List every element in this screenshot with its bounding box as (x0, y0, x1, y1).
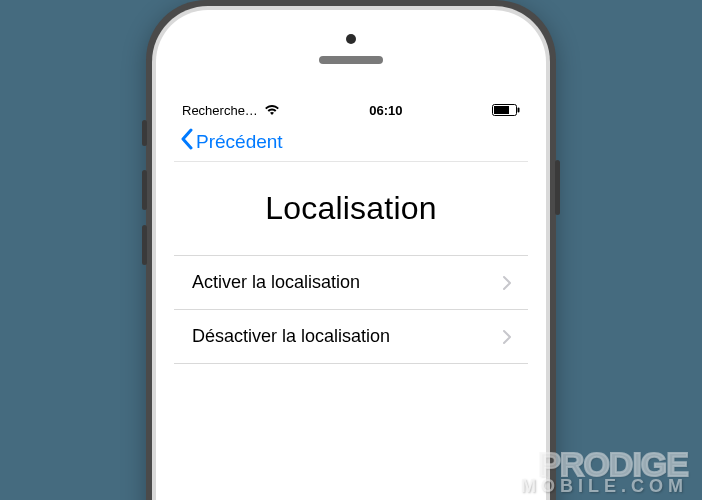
page-title: Localisation (174, 162, 528, 255)
settings-list: Activer la localisation Désactiver la lo… (174, 255, 528, 364)
back-button[interactable]: Précédent (180, 128, 283, 155)
chevron-left-icon (180, 128, 194, 155)
volume-down-button (142, 225, 147, 265)
speaker-icon (319, 56, 383, 64)
carrier-label: Recherche… (182, 103, 258, 118)
list-item-label: Désactiver la localisation (192, 326, 390, 347)
screen: Recherche… 06:10 (174, 98, 528, 500)
svg-rect-2 (518, 108, 520, 113)
status-bar: Recherche… 06:10 (174, 98, 528, 122)
navigation-bar: Précédent (174, 122, 528, 162)
list-item-deactivate-location[interactable]: Désactiver la localisation (174, 310, 528, 364)
watermark-line2: MOBILE.COM (521, 478, 688, 494)
watermark: PRODIGE MOBILE.COM (521, 449, 688, 494)
phone-frame: Recherche… 06:10 (146, 0, 556, 500)
status-time: 06:10 (369, 103, 402, 118)
list-item-activate-location[interactable]: Activer la localisation (174, 256, 528, 310)
camera-icon (346, 34, 356, 44)
content-area: Localisation Activer la localisation D (174, 162, 528, 500)
wifi-icon (264, 104, 280, 116)
list-item-label: Activer la localisation (192, 272, 360, 293)
battery-icon (492, 104, 520, 116)
chevron-right-icon (502, 275, 512, 291)
power-button (555, 160, 560, 215)
volume-up-button (142, 170, 147, 210)
svg-rect-1 (494, 106, 509, 114)
phone-sensors (156, 10, 546, 90)
chevron-right-icon (502, 329, 512, 345)
back-label: Précédent (196, 131, 283, 153)
mute-switch (142, 120, 147, 146)
